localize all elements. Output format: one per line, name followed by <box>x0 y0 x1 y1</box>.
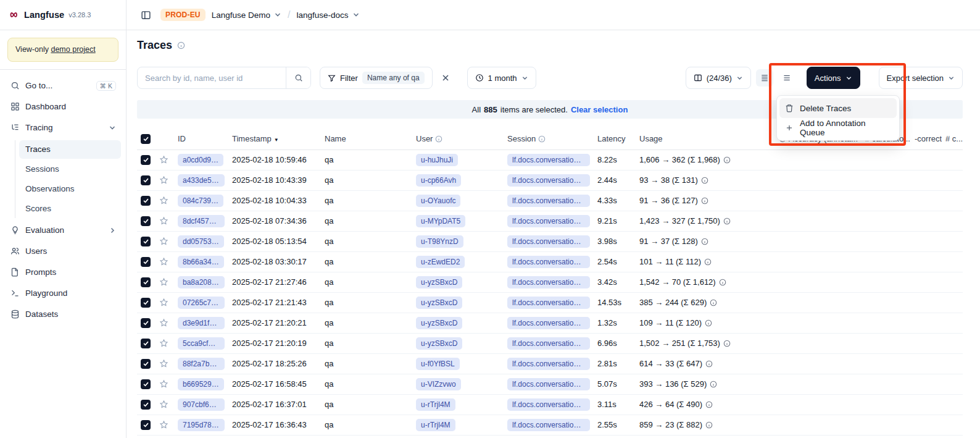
table-row[interactable]: dd05753… 2025-02-18 05:13:54 qa u-T98Ynz… <box>137 231 963 251</box>
info-icon[interactable] <box>705 421 713 429</box>
row-checkbox[interactable] <box>141 359 151 369</box>
info-icon[interactable] <box>701 238 708 245</box>
org-selector[interactable]: Langfuse Demo <box>212 11 281 20</box>
star-icon[interactable] <box>159 420 170 429</box>
export-selection-button[interactable]: Export selection <box>879 67 963 89</box>
info-icon[interactable] <box>723 156 731 164</box>
column-header-partial[interactable]: # c... <box>942 128 963 150</box>
sidebar-item-playground[interactable]: Playground <box>5 284 121 303</box>
project-selector[interactable]: langfuse-docs <box>297 11 360 20</box>
table-row[interactable]: d3e9d1f2… 2025-02-17 21:20:21 qa u-yzSBx… <box>137 313 963 333</box>
session-badge[interactable]: lf.docs.conversation… <box>507 337 590 350</box>
sidebar-item-evaluation[interactable]: Evaluation <box>5 221 121 240</box>
star-icon[interactable] <box>159 175 170 185</box>
table-row[interactable]: 907cbf6e… 2025-02-17 16:37:01 qa u-rTrjl… <box>137 394 963 415</box>
info-icon[interactable] <box>705 319 712 327</box>
star-icon[interactable] <box>159 155 170 164</box>
column-header-latency[interactable]: Latency <box>594 128 636 150</box>
trace-id-badge[interactable]: 07265c7a… <box>178 297 225 309</box>
user-badge[interactable]: u-cp66Avh <box>416 174 461 187</box>
info-icon[interactable] <box>705 401 713 408</box>
user-badge[interactable]: u-OYauofc <box>416 195 460 207</box>
column-header-correct[interactable]: -correct... <box>911 128 942 150</box>
column-header-usage[interactable]: Usage <box>636 128 775 150</box>
sidebar-item-tracing[interactable]: Tracing <box>5 118 121 138</box>
row-height-expanded-button[interactable] <box>778 69 795 86</box>
column-visibility-button[interactable]: (24/36) <box>686 67 751 89</box>
menu-item-delete-traces[interactable]: Delete Traces <box>779 98 897 118</box>
clear-selection-link[interactable]: Clear selection <box>571 105 628 114</box>
table-row[interactable]: 07265c7a… 2025-02-17 21:21:43 qa u-yzSBx… <box>137 292 963 313</box>
session-badge[interactable]: lf.docs.conversation… <box>507 174 590 187</box>
session-badge[interactable]: lf.docs.conversation… <box>507 317 590 329</box>
sidebar-item-sessions[interactable]: Sessions <box>19 160 121 179</box>
demo-project-link[interactable]: demo project <box>51 45 95 54</box>
trace-id-badge[interactable]: 084c739… <box>178 195 223 207</box>
info-icon[interactable] <box>177 41 185 49</box>
row-checkbox[interactable] <box>141 155 151 165</box>
star-icon[interactable] <box>159 237 170 246</box>
table-row[interactable]: 88f2a7b0… 2025-02-17 18:25:26 qa u-f0YfB… <box>137 353 963 374</box>
session-badge[interactable]: lf.docs.conversation… <box>507 378 590 390</box>
star-icon[interactable] <box>159 257 170 266</box>
session-badge[interactable]: lf.docs.conversation… <box>507 358 590 370</box>
user-badge[interactable]: u-zEwdED2 <box>416 256 465 268</box>
trace-id-badge[interactable]: d3e9d1f2… <box>178 317 225 329</box>
table-row[interactable]: a0cd0d9… 2025-02-18 10:59:46 qa u-huJhuJ… <box>137 150 963 170</box>
user-badge[interactable]: u-T98YnzD <box>416 235 463 248</box>
session-badge[interactable]: lf.docs.conversation… <box>507 398 590 411</box>
star-icon[interactable] <box>159 318 170 327</box>
column-header-id[interactable]: ID <box>174 128 228 150</box>
session-badge[interactable]: lf.docs.conversation… <box>507 297 590 309</box>
column-header-session[interactable]: Session <box>504 128 594 150</box>
time-range-selector[interactable]: 1 month <box>467 67 536 89</box>
trace-id-badge[interactable]: 7195d78e… <box>178 419 225 431</box>
star-icon[interactable] <box>159 359 170 368</box>
search-submit-button[interactable] <box>286 67 310 88</box>
select-all-checkbox[interactable] <box>141 134 151 144</box>
filter-button[interactable]: Filter Name any of qa <box>320 67 433 89</box>
trace-id-badge[interactable]: ba8a208f… <box>178 276 225 288</box>
menu-item-add-to-annotation-queue[interactable]: Add to Annotation Queue <box>779 118 897 138</box>
user-badge[interactable]: u-MYpDAT5 <box>416 215 465 227</box>
sidebar-item-observations[interactable]: Observations <box>19 180 121 198</box>
info-icon[interactable] <box>705 360 713 368</box>
row-checkbox[interactable] <box>141 339 151 348</box>
star-icon[interactable] <box>159 196 170 205</box>
table-row[interactable]: ba8a208f… 2025-02-17 21:27:46 qa u-yzSBx… <box>137 272 963 292</box>
info-icon[interactable] <box>723 340 731 347</box>
user-badge[interactable]: u-rTrjl4M <box>416 419 455 431</box>
row-checkbox[interactable] <box>141 277 151 287</box>
user-badge[interactable]: u-yzSBxcD <box>416 337 462 350</box>
info-icon[interactable] <box>701 177 708 184</box>
trace-id-badge[interactable]: 907cbf6e… <box>178 398 225 411</box>
trace-id-badge[interactable]: 88f2a7b0… <box>178 358 225 370</box>
table-row[interactable]: 8dcf4574… 2025-02-18 07:34:36 qa u-MYpDA… <box>137 211 963 231</box>
info-icon[interactable] <box>704 258 712 266</box>
star-icon[interactable] <box>159 298 170 307</box>
row-checkbox[interactable] <box>141 237 151 246</box>
row-checkbox[interactable] <box>141 379 151 389</box>
row-checkbox[interactable] <box>141 196 151 206</box>
row-checkbox[interactable] <box>141 420 151 430</box>
column-header-user[interactable]: User <box>412 128 504 150</box>
star-icon[interactable] <box>159 339 170 348</box>
trace-id-badge[interactable]: b669529… <box>178 378 224 390</box>
row-checkbox[interactable] <box>141 318 151 328</box>
info-icon[interactable] <box>701 197 708 204</box>
session-badge[interactable]: lf.docs.conversation… <box>507 195 590 207</box>
goto-search[interactable]: Go to... ⌘ K <box>5 76 121 96</box>
column-header-name[interactable]: Name <box>321 128 412 150</box>
table-row[interactable]: b669529… 2025-02-17 16:58:45 qa u-VIZzvw… <box>137 374 963 394</box>
sidebar-item-traces[interactable]: Traces <box>19 140 121 159</box>
sidebar-toggle-button[interactable] <box>137 6 154 23</box>
session-badge[interactable]: lf.docs.conversation… <box>507 154 590 166</box>
row-checkbox[interactable] <box>141 216 151 226</box>
info-icon[interactable] <box>710 299 717 306</box>
star-icon[interactable] <box>159 216 170 225</box>
clear-filter-button[interactable] <box>436 69 455 87</box>
row-checkbox[interactable] <box>141 400 151 410</box>
row-height-compact-button[interactable] <box>756 69 773 86</box>
column-header-timestamp[interactable]: Timestamp▼ <box>228 128 321 150</box>
sidebar-item-datasets[interactable]: Datasets <box>5 305 121 324</box>
